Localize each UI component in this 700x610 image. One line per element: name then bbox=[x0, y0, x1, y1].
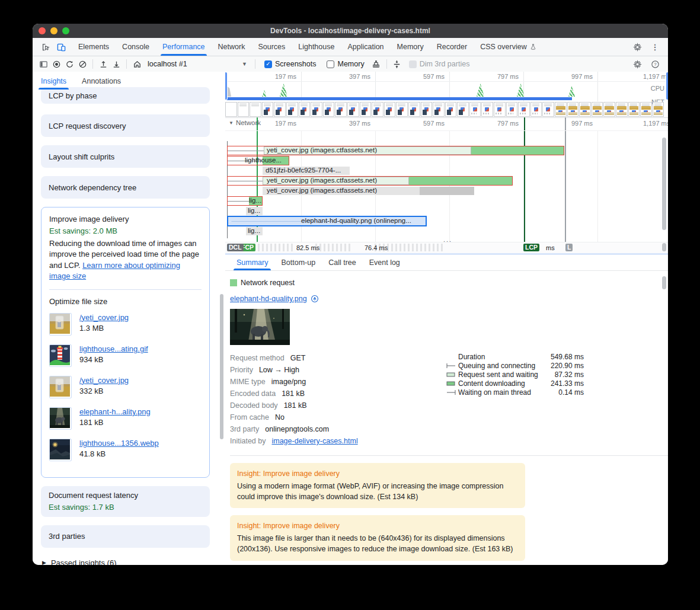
filmstrip-frame[interactable] bbox=[653, 102, 664, 117]
filmstrip-frame[interactable] bbox=[225, 102, 237, 117]
tab-insights[interactable]: Insights bbox=[41, 74, 66, 88]
filmstrip-frame[interactable] bbox=[628, 102, 640, 117]
filmstrip-frame[interactable] bbox=[262, 102, 274, 117]
load-profile-icon[interactable] bbox=[97, 58, 109, 70]
filmstrip-frame[interactable] bbox=[299, 102, 311, 117]
device-toolbar-icon[interactable] bbox=[55, 41, 67, 53]
tab-event-log[interactable]: Event log bbox=[363, 255, 407, 270]
insight-card-network-dependency-tree[interactable]: Network dependency tree bbox=[41, 176, 210, 199]
network-request-row[interactable]: lig... bbox=[225, 206, 668, 216]
tab-console[interactable]: Console bbox=[116, 38, 156, 56]
network-request-row[interactable]: yeti_cover.jpg (images.ctfassets.net) bbox=[225, 176, 668, 186]
filmstrip-frame[interactable] bbox=[481, 102, 493, 117]
network-request-row[interactable]: d51jfzi-b0efc925-7704-... bbox=[225, 166, 668, 176]
insight-card-document-request-latency[interactable]: Document request latency Est savings: 1.… bbox=[41, 486, 210, 517]
filmstrip-frame[interactable] bbox=[567, 102, 579, 117]
tab-sources[interactable]: Sources bbox=[251, 38, 292, 56]
record-icon[interactable] bbox=[50, 58, 62, 70]
network-request-row[interactable]: yeti_cover.jpg (images.ctfassets.net) bbox=[225, 146, 668, 156]
tab-elements[interactable]: Elements bbox=[72, 38, 116, 56]
overview-left-handle[interactable] bbox=[225, 72, 227, 100]
summary-scrollbar-thumb[interactable] bbox=[662, 276, 666, 289]
network-scrollbar-thumb[interactable] bbox=[662, 138, 666, 230]
toggle-sidebar-icon[interactable] bbox=[37, 58, 49, 70]
insight-card-lcp-by-phase[interactable]: LCP by phase bbox=[41, 87, 210, 104]
scrollbar-thumb[interactable] bbox=[220, 294, 223, 439]
filmstrip-frame[interactable] bbox=[518, 102, 530, 117]
tab-lighthouse[interactable]: Lighthouse bbox=[292, 38, 341, 56]
filmstrip-frame[interactable] bbox=[238, 102, 250, 117]
network-request-row[interactable]: elephant-hd-quality.png (onlinepng... bbox=[225, 216, 668, 226]
timeline-overview[interactable]: 197 ms397 ms597 ms797 ms997 ms1,197 ms C… bbox=[225, 72, 668, 118]
file-link[interactable]: lighthouse...1356.webp bbox=[79, 439, 159, 448]
overview-right-handle[interactable] bbox=[666, 72, 668, 100]
tab-bottom-up[interactable]: Bottom-up bbox=[274, 255, 322, 270]
filmstrip-frame[interactable] bbox=[396, 102, 408, 117]
file-link[interactable]: lighthouse...ating.gif bbox=[79, 344, 148, 353]
kebab-menu-icon[interactable]: ⋮ bbox=[649, 41, 661, 53]
tab-summary[interactable]: Summary bbox=[230, 255, 274, 270]
filmstrip-frame[interactable] bbox=[286, 102, 298, 117]
filmstrip-frame[interactable] bbox=[360, 102, 372, 117]
network-request-row[interactable]: lig... bbox=[225, 196, 668, 206]
network-request-row[interactable]: lig... bbox=[225, 226, 668, 237]
filmstrip-frame[interactable] bbox=[445, 102, 457, 117]
network-request-row[interactable]: yeti_cover.jpg (images.ctfassets.net) bbox=[225, 186, 668, 196]
filmstrip-frame[interactable] bbox=[506, 102, 518, 117]
filmstrip-frame[interactable] bbox=[335, 102, 347, 117]
dcl-badge[interactable]: DCL bbox=[227, 244, 244, 251]
insight-card-lcp-request-discovery[interactable]: LCP request discovery bbox=[41, 114, 210, 137]
filmstrip-frame[interactable] bbox=[640, 102, 652, 117]
filmstrip-frame[interactable] bbox=[433, 102, 445, 117]
tab-annotations[interactable]: Annotations bbox=[82, 74, 121, 88]
inspect-icon[interactable] bbox=[40, 41, 52, 53]
help-icon[interactable]: ? bbox=[649, 58, 661, 70]
screenshots-checkbox[interactable]: ✓ Screenshots bbox=[264, 60, 316, 68]
garbage-collect-icon[interactable] bbox=[370, 58, 382, 70]
reveal-request-icon[interactable] bbox=[311, 295, 319, 303]
filmstrip-frame[interactable] bbox=[347, 102, 359, 117]
filmstrip-frame[interactable] bbox=[616, 102, 628, 117]
filmstrip-frame[interactable] bbox=[323, 102, 335, 117]
detail-value-link[interactable]: image-delivery-cases.html bbox=[271, 437, 357, 445]
collapse-tracks-icon[interactable] bbox=[391, 58, 403, 70]
filmstrip-frame[interactable] bbox=[542, 102, 554, 117]
filmstrip-frame[interactable] bbox=[384, 102, 396, 117]
insight-card-3rd-parties[interactable]: 3rd parties bbox=[41, 525, 210, 548]
tab-call-tree[interactable]: Call tree bbox=[322, 255, 363, 270]
insight-card-improve-image-delivery[interactable]: Improve image delivery Est savings: 2.0 … bbox=[41, 207, 210, 478]
tab-performance[interactable]: Performance bbox=[156, 38, 212, 56]
network-track-panel[interactable]: ▼Network 197 ms397 ms597 ms797 ms997 ms1… bbox=[225, 117, 668, 255]
insight-card-layout-shift-culprits[interactable]: Layout shift culprits bbox=[41, 145, 210, 168]
reload-record-icon[interactable] bbox=[63, 58, 75, 70]
timings-scrollbar-thumb[interactable] bbox=[662, 243, 666, 251]
clear-icon[interactable] bbox=[76, 58, 88, 70]
save-profile-icon[interactable] bbox=[110, 58, 122, 70]
home-icon[interactable] bbox=[131, 58, 143, 70]
filmstrip-frame[interactable] bbox=[274, 102, 286, 117]
network-track-title[interactable]: ▼Network bbox=[229, 119, 261, 126]
tab-recorder[interactable]: Recorder bbox=[430, 38, 474, 56]
filmstrip-frame[interactable] bbox=[469, 102, 481, 117]
network-request-row[interactable]: lighthouse... bbox=[225, 156, 668, 166]
file-link[interactable]: elephant-h...ality.png bbox=[79, 407, 151, 416]
file-link[interactable]: /yeti_cover.jpg bbox=[79, 313, 129, 322]
memory-checkbox[interactable]: Memory bbox=[327, 60, 364, 68]
tab-css-overview[interactable]: CSS overview bbox=[474, 38, 543, 56]
history-selector[interactable]: localhost #1 ▼ bbox=[144, 58, 251, 70]
tab-network[interactable]: Network bbox=[212, 38, 252, 56]
settings-gear-icon[interactable] bbox=[631, 41, 643, 53]
request-file-link[interactable]: elephant-hd-quality.png bbox=[230, 295, 307, 303]
passed-insights-toggle[interactable]: ▶ Passed insights (6) bbox=[41, 556, 210, 565]
filmstrip-frame[interactable] bbox=[457, 102, 469, 117]
filmstrip-frame[interactable] bbox=[372, 102, 383, 117]
filmstrip-frame[interactable] bbox=[494, 102, 506, 117]
filmstrip-frame[interactable] bbox=[592, 102, 603, 117]
filmstrip-frame[interactable] bbox=[408, 102, 420, 117]
file-link[interactable]: /yeti_cover.jpg bbox=[79, 376, 129, 385]
capture-settings-gear-icon[interactable] bbox=[631, 58, 643, 70]
tab-memory[interactable]: Memory bbox=[391, 38, 430, 56]
filmstrip-frame[interactable] bbox=[311, 102, 322, 117]
filmstrip-frame[interactable] bbox=[421, 102, 433, 117]
filmstrip-frame[interactable] bbox=[603, 102, 615, 117]
